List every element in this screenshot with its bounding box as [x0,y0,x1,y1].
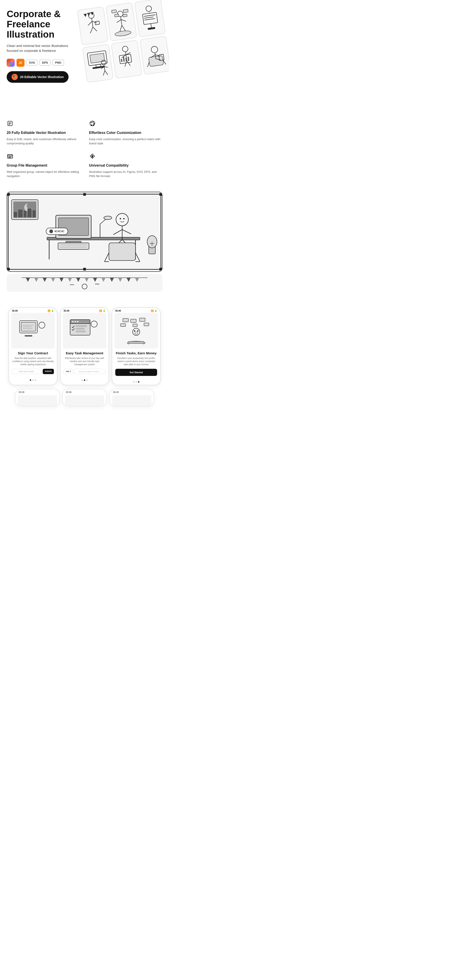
svg-rect-174 [76,328,84,329]
phone-1-submit-button[interactable]: Submit [43,369,54,374]
phone-1-form: Enter your email... Submit [12,369,54,374]
svg-point-64 [91,122,92,123]
showcase-main-illustration: 4C4C4C [7,192,163,272]
feature-desc-1: Easy to Edit, resize, and customize effo… [7,137,80,146]
svg-point-39 [122,46,128,52]
svg-rect-176 [123,318,128,322]
svg-point-66 [94,123,95,124]
svg-point-80 [27,203,33,209]
svg-rect-121 [159,193,162,196]
features-section: 20 Fully Editable Vector Illustration Ea… [0,111,169,187]
phone-2-desc: Effortlessly take control of your day wi… [64,357,105,366]
illus-card-2 [106,2,137,41]
dot-2-active [84,379,85,381]
svg-marker-138 [118,278,123,282]
svg-line-46 [121,59,122,62]
svg-line-151 [37,331,42,333]
svg-point-160 [72,321,73,322]
svg-rect-177 [131,319,136,323]
svg-marker-129 [43,278,47,282]
svg-rect-122 [7,268,10,270]
svg-rect-85 [32,210,36,217]
dot-3-1 [133,381,134,383]
svg-line-36 [104,66,108,68]
svg-rect-28 [148,27,155,30]
illus-card-6 [140,36,169,75]
svg-line-171 [92,334,94,339]
svg-rect-19 [123,14,127,17]
phone-1-email-input[interactable]: Enter your email... [12,369,42,374]
svg-line-11 [121,16,122,25]
hero-left: Corporate &FreelanceIllustration Clean a… [7,9,76,105]
svg-point-161 [75,321,76,322]
svg-rect-173 [76,325,87,327]
svg-line-153 [39,335,42,340]
svg-rect-6 [95,21,99,25]
feature-editable: 20 Fully Editable Vector Illustration Ea… [7,120,80,146]
svg-point-68 [91,124,92,126]
svg-point-74 [92,156,93,157]
phone-2-phone-input[interactable]: Enter your phone number... [74,369,105,374]
svg-rect-83 [24,211,27,217]
svg-rect-192 [128,341,144,343]
svg-line-34 [104,65,105,70]
illus-card-1 [77,6,108,45]
status-icons-1: 📶🔋 [48,310,54,312]
svg-point-99 [123,218,124,219]
svg-marker-136 [101,278,105,282]
color-bubble: 4C4C4C [46,228,68,235]
svg-line-49 [128,57,129,61]
phone-5-partial: 05:00 [62,389,107,407]
svg-rect-45 [119,54,132,64]
svg-line-14 [119,25,123,32]
illus-card-3 [134,0,166,37]
svg-line-169 [90,329,94,332]
svg-line-12 [116,19,121,22]
phone-2-title: Easy Task Management [64,351,105,355]
svg-line-37 [103,70,105,75]
cta-button[interactable]: ✒️ 20 Editable Vector Illustration [7,71,69,83]
svg-point-185 [135,332,137,334]
feature-compat: Universal Compatibility Illustration sup… [89,153,163,178]
svg-rect-175 [76,331,86,332]
svg-marker-127 [26,278,30,282]
svg-line-1 [92,18,93,27]
feature-desc-3: Well organized group, named object for e… [7,170,80,178]
dot-1-2 [32,379,33,381]
svg-line-23 [144,15,156,16]
figma-badge [7,59,15,67]
phone-2-country-select[interactable]: +62 ▼ [64,369,73,374]
svg-line-3 [92,21,97,24]
svg-rect-82 [18,210,23,217]
palette-icon [89,120,163,128]
phone-3-cta-button[interactable]: Get Started [115,369,157,376]
svg-marker-130 [51,278,55,282]
svg-line-172 [94,334,97,339]
svg-line-13 [121,19,126,22]
phone-2-form: +62 ▼ Enter your phone number... [64,369,105,374]
svg-rect-93 [58,243,89,249]
phone-row-2: 05:00 05:00 05:00 [3,389,166,407]
feature-title-2: Effortless Color Customization [89,130,163,135]
phone-2-content: Easy Task Management Effortlessly take c… [61,348,108,378]
feature-desc-4: Illustration support across AI, Figma, S… [89,170,163,178]
svg-point-184 [137,330,139,332]
dot-2-1 [81,379,83,381]
hero-illustrations [78,9,163,105]
phone-4-partial: 05:00 [15,389,60,407]
svg-rect-50 [148,56,164,67]
svg-rect-32 [92,66,104,69]
showcase-section: 4C4C4C [0,187,169,301]
format-badges: Ai SVG EPS PNG [7,59,76,67]
svg-line-38 [105,70,108,75]
svg-point-167 [91,321,97,327]
phone-6-partial: 05:00 [110,389,154,407]
svg-rect-124 [83,193,86,196]
feature-title-3: Group File Management [7,163,80,168]
svg-marker-133 [76,278,80,282]
svg-rect-16 [112,10,116,13]
svg-marker-132 [68,278,72,282]
svg-point-183 [134,330,135,332]
svg-line-44 [127,60,131,66]
ai-badge: Ai [16,59,24,67]
